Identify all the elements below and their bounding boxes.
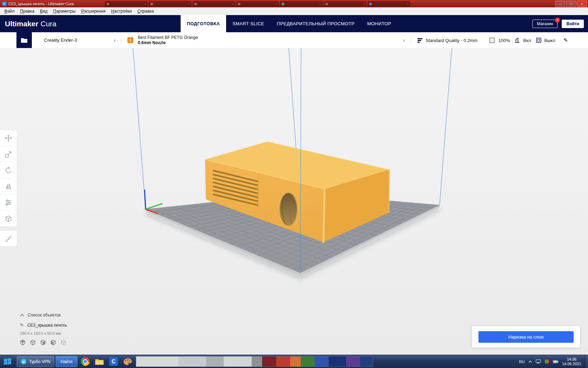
paint-palette-icon[interactable]: [123, 358, 132, 366]
support-blocker-tool-button[interactable]: [0, 211, 17, 226]
cube-solid-icon[interactable]: [20, 340, 26, 345]
object-list-item[interactable]: ✎ СЕ3_крышка печпть: [20, 322, 67, 328]
support-blocker-icon: [5, 215, 12, 223]
collapse-chevron-icon[interactable]: ‹: [403, 37, 405, 43]
cube-wireframe-icon[interactable]: [61, 340, 66, 345]
viewport-3d[interactable]: Список объектов ✎ СЕ3_крышка печпть 180.…: [0, 48, 588, 355]
material-info: Best Filament BF PETG Orange 0.6mm Nozzl…: [138, 35, 198, 46]
marketplace-badge: 2: [555, 18, 560, 23]
menu-edit[interactable]: Правка: [18, 9, 37, 14]
cube-side-icon[interactable]: [40, 340, 46, 345]
start-button[interactable]: [0, 355, 15, 368]
slice-panel: Нарезка на слои: [472, 326, 580, 348]
infill-icon: [489, 38, 495, 43]
taskbar-search-button[interactable]: Найти: [56, 356, 77, 367]
brand-light: Cura: [41, 20, 57, 28]
background-browser-tab: ×: [368, 1, 410, 7]
move-tool-button[interactable]: [0, 130, 17, 146]
printer-selector[interactable]: Creality Ender-3 ‹: [33, 32, 121, 48]
maximize-button[interactable]: □: [566, 1, 576, 7]
scale-tool-button[interactable]: [0, 146, 17, 162]
background-browser-tabs: × × × × × × ×: [105, 1, 410, 7]
tray-clock[interactable]: 14:36 14.06.2021: [562, 357, 581, 366]
menu-preferences[interactable]: Настройки: [108, 9, 135, 14]
menu-help[interactable]: Справка: [134, 9, 156, 14]
model-door-opening: [280, 193, 297, 226]
tab-prepare[interactable]: ПОДГОТОВКА: [181, 15, 226, 32]
slice-button[interactable]: Нарезка на слои: [478, 331, 574, 343]
profile-layers-icon: [417, 38, 423, 43]
config-bar: Creality Ender-3 ‹ 1 Best Filament BF PE…: [0, 32, 588, 48]
cura-header: Ultimaker Cura ПОДГОТОВКА SMART SLICE ПР…: [0, 15, 588, 32]
taskbar-app-icons: C: [81, 357, 132, 366]
file-explorer-folder-icon[interactable]: [95, 358, 104, 365]
tray-time: 14:36: [567, 357, 577, 362]
taskbar: e Турбо VPN Найти C RU 14:36 14.06.2021: [0, 355, 588, 368]
support-icon: [515, 38, 520, 43]
tab-monitor[interactable]: МОНИТОР: [361, 15, 398, 32]
cube-left-icon[interactable]: [50, 340, 56, 345]
header-right: Магазин 2 Войти: [532, 15, 584, 32]
tab-preview[interactable]: ПРЕДВАРИТЕЛЬНЫЙ ПРОСМОТР: [271, 15, 361, 32]
nozzle-size: 0.6mm Nozzle: [138, 40, 198, 46]
object-list-label: Список объектов: [28, 313, 61, 318]
window-titlebar: C СЕ3_крышка печпть - Ultimaker Cura × ×…: [0, 0, 588, 7]
model-edge-highlight: [389, 170, 389, 213]
custom-supports-tool-button[interactable]: [0, 231, 17, 246]
menu-file[interactable]: Файл: [1, 9, 18, 14]
display-tray-icon[interactable]: [536, 360, 541, 363]
rotate-tool-button[interactable]: [0, 162, 17, 178]
material-selector[interactable]: 1 Best Filament BF PETG Orange 0.6mm Noz…: [121, 32, 411, 48]
taskbar-window-strip[interactable]: [136, 356, 373, 367]
chrome-icon[interactable]: [81, 357, 90, 366]
ie-browser-icon: e: [21, 359, 27, 364]
menu-settings[interactable]: Параметры: [50, 9, 78, 14]
taskbar-vpn-button[interactable]: e Турбо VPN: [17, 356, 54, 367]
cura-taskbar-icon[interactable]: C: [109, 357, 118, 366]
mirror-icon: [5, 183, 12, 190]
collapse-chevron-icon[interactable]: ‹: [114, 37, 116, 43]
background-browser-tab: ×: [149, 1, 191, 7]
per-model-settings-tool-button[interactable]: [0, 195, 17, 211]
print-settings-panel[interactable]: Standard Quality - 0.2mm 100% Вкл Выкл ✎: [411, 32, 588, 48]
scale-icon: [5, 150, 12, 158]
rotate-icon: [5, 166, 12, 174]
material-name: Best Filament BF PETG Orange: [138, 35, 198, 40]
edit-settings-pencil-icon[interactable]: ✎: [564, 37, 568, 43]
folder-icon: [21, 38, 28, 43]
language-indicator[interactable]: RU: [519, 360, 525, 364]
object-list-toggle[interactable]: Список объектов: [20, 313, 67, 318]
minimize-button[interactable]: –: [555, 1, 565, 7]
signin-button[interactable]: Войти: [562, 20, 584, 28]
background-browser-tab: ×: [105, 1, 148, 7]
menu-extensions[interactable]: Расширения: [78, 9, 108, 14]
object-view-icons: [20, 340, 67, 345]
object-list-panel: Список объектов ✎ СЕ3_крышка печпть 180.…: [20, 313, 67, 345]
close-button[interactable]: ×: [577, 1, 587, 7]
marketplace-button[interactable]: Магазин 2: [532, 20, 558, 28]
cube-outline-icon[interactable]: [30, 340, 36, 345]
background-browser-tab: ×: [324, 1, 366, 7]
tab-smart-slice[interactable]: SMART SLICE: [226, 15, 271, 32]
mirror-tool-button[interactable]: [0, 178, 17, 195]
menubar: Файл Правка Вид Параметры Расширения Нас…: [0, 7, 588, 15]
rename-pencil-icon[interactable]: ✎: [20, 322, 24, 328]
tool-panel: [0, 130, 17, 247]
battery-tray-icon[interactable]: [553, 360, 558, 363]
adhesion-icon: [536, 38, 541, 43]
window-controls: – □ ×: [555, 1, 587, 7]
windows-logo-icon: [4, 358, 11, 365]
stairs-icon: [5, 235, 12, 243]
scene-canvas[interactable]: [0, 48, 588, 355]
antivirus-tray-icon[interactable]: [545, 359, 549, 364]
tray-date: 14.06.2021: [562, 362, 581, 366]
printer-name: Creality Ender-3: [44, 38, 77, 43]
open-file-button[interactable]: [16, 32, 32, 48]
adhesion-state: Выкл: [544, 38, 555, 43]
menu-view[interactable]: Вид: [37, 9, 50, 14]
system-tray: RU 14:36 14.06.2021: [519, 357, 583, 366]
tray-expand-chevron-icon[interactable]: [528, 360, 532, 363]
object-dimensions: 180.0 x 110.0 x 50.0 мм: [20, 331, 67, 335]
show-desktop-button[interactable]: [585, 355, 588, 368]
marketplace-label: Магазин: [537, 21, 553, 26]
